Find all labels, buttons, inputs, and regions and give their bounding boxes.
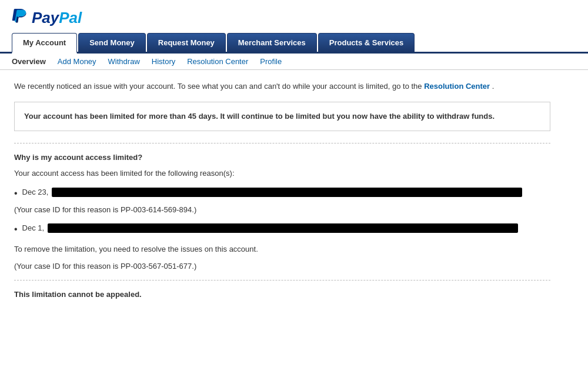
bullet-item-1-date: Dec 23, (22, 186, 49, 198)
sub-nav-history[interactable]: History (152, 57, 175, 66)
bullet-item-2-text: Dec 1, (22, 222, 519, 234)
nav-tab-send-money[interactable]: Send Money (78, 33, 146, 52)
sub-nav-withdraw[interactable]: Withdraw (108, 57, 140, 66)
bullet-item-2: Dec 1, (14, 222, 550, 236)
warning-box: Your account has been limited for more t… (14, 102, 550, 132)
nav-tab-request-money[interactable]: Request Money (147, 33, 226, 52)
nav-tab-my-account[interactable]: My Account (12, 33, 77, 54)
reason-intro-text: Your account access has been limited for… (14, 168, 550, 179)
sub-nav-resolution-center[interactable]: Resolution Center (187, 57, 248, 66)
nav-tab-products-services[interactable]: Products & Services (318, 33, 415, 52)
paypal-logo-text: PayPal (32, 9, 82, 27)
paypal-p-icon (12, 8, 28, 27)
sub-nav: Overview Add Money Withdraw History Reso… (0, 54, 588, 70)
header: PayPal (0, 0, 588, 33)
case-id-2: (Your case ID for this reason is PP-003-… (14, 262, 550, 271)
bullet-item-2-redacted (48, 223, 518, 233)
remove-limitation-text: To remove the limitation, you need to re… (14, 243, 550, 255)
sub-nav-overview[interactable]: Overview (12, 57, 46, 66)
notice-text-after: . (492, 82, 495, 91)
resolution-center-link[interactable]: Resolution Center (424, 82, 490, 91)
bullet-item-1-text: Dec 23, (22, 186, 523, 198)
main-content: We recently noticed an issue with your a… (0, 70, 564, 315)
bullet-item-1-redacted (52, 188, 522, 197)
sub-nav-profile[interactable]: Profile (260, 57, 282, 66)
main-nav: My Account Send Money Request Money Merc… (0, 33, 588, 54)
bullet-item-1: Dec 23, (14, 186, 550, 201)
notice-paragraph: We recently noticed an issue with your a… (14, 81, 550, 92)
paypal-logo: PayPal (12, 8, 576, 27)
section-heading-why-limited: Why is my account access limited? (14, 153, 550, 162)
sub-nav-add-money[interactable]: Add Money (58, 57, 96, 66)
bullet-item-2-date: Dec 1, (22, 222, 45, 234)
warning-text: Your account has been limited for more t… (24, 112, 495, 121)
final-heading: This limitation cannot be appealed. (14, 290, 550, 299)
divider-2 (14, 280, 550, 281)
notice-text-before: We recently noticed an issue with your a… (14, 82, 422, 91)
case-id-1: (Your case ID for this reason is PP-003-… (14, 205, 550, 214)
nav-tab-merchant-services[interactable]: Merchant Services (227, 33, 317, 52)
divider-1 (14, 143, 550, 143)
